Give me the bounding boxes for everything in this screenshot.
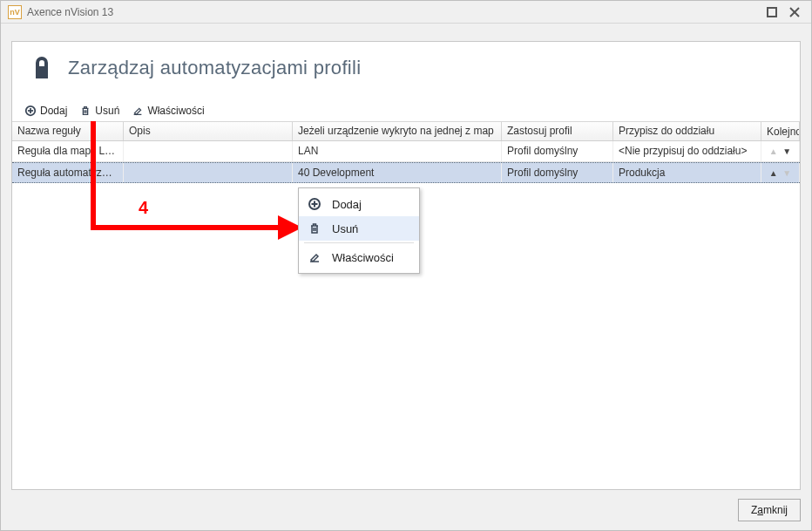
properties-label: Właściwości xyxy=(147,105,204,117)
rules-grid: Nazwa reguły Opis Jeżeli urządzenie wykr… xyxy=(12,122,800,183)
col-name[interactable]: Nazwa reguły xyxy=(12,122,124,140)
close-post: mknij xyxy=(763,504,788,516)
page-title: Zarządzaj automatyzacjami profili xyxy=(68,57,361,79)
col-condition[interactable]: Jeżeli urządzenie wykryto na jednej z ma… xyxy=(293,122,502,140)
app-icon: nV xyxy=(8,5,22,19)
cell-order: ▲▼ xyxy=(761,163,800,182)
move-up-button[interactable]: ▲ xyxy=(769,168,778,178)
footer: Zamknij xyxy=(11,497,801,523)
cell-profile: Profil domyślny xyxy=(502,163,613,182)
col-order-label: Kolejność xyxy=(767,126,800,138)
cell-dept: <Nie przypisuj do oddziału> xyxy=(613,141,761,161)
cell-order: ▲▼ xyxy=(761,141,800,161)
context-add[interactable]: Dodaj xyxy=(299,192,419,216)
plus-circle-icon xyxy=(24,105,37,117)
context-delete-label: Usuń xyxy=(332,222,358,235)
properties-button[interactable]: Właściwości xyxy=(126,103,209,119)
titlebar: nV Axence nVision 13 xyxy=(1,1,811,24)
cell-desc xyxy=(124,163,293,182)
table-row[interactable]: Reguła dla mapy LANLANProfil domyślny<Ni… xyxy=(12,141,800,162)
trash-icon xyxy=(308,221,321,235)
context-add-label: Dodaj xyxy=(332,198,362,211)
col-profile[interactable]: Zastosuj profil xyxy=(502,122,613,140)
context-menu: Dodaj Usuń Właściwości xyxy=(298,187,420,274)
window-title: Axence nVision 13 xyxy=(27,6,113,18)
cell-condition: 40 Development xyxy=(293,163,502,182)
close-icon xyxy=(789,7,800,17)
col-order[interactable]: Kolejność ▲ xyxy=(761,122,800,140)
cell-desc xyxy=(124,141,293,161)
table-row[interactable]: Reguła automatyzacji 140 DevelopmentProf… xyxy=(12,162,800,183)
col-desc[interactable]: Opis xyxy=(124,122,293,140)
lock-icon xyxy=(28,54,56,82)
cell-name: Reguła automatyzacji 1 xyxy=(12,163,124,182)
add-label: Dodaj xyxy=(40,105,67,117)
svg-rect-0 xyxy=(768,8,776,17)
delete-button[interactable]: Usuń xyxy=(74,103,125,119)
cell-dept: Produkcja xyxy=(613,163,761,182)
toolbar: Dodaj Usuń Właściwości xyxy=(12,99,800,122)
move-up-button[interactable]: ▲ xyxy=(769,146,778,156)
window: nV Axence nVision 13 Zarządzaj automatyz… xyxy=(0,0,812,531)
context-separator xyxy=(304,242,414,243)
context-properties[interactable]: Właściwości xyxy=(299,245,419,269)
cell-condition: LAN xyxy=(293,141,502,161)
col-dept[interactable]: Przypisz do oddziału xyxy=(613,122,761,140)
maximize-icon xyxy=(767,7,777,17)
close-button[interactable]: Zamknij xyxy=(738,499,801,521)
grid-header: Nazwa reguły Opis Jeżeli urządzenie wykr… xyxy=(12,122,800,141)
page-header: Zarządzaj automatyzacjami profili xyxy=(12,42,800,99)
close-pre: Z xyxy=(751,504,757,516)
close-window-button[interactable] xyxy=(785,3,804,22)
plus-circle-icon xyxy=(308,197,321,211)
close-hotkey: a xyxy=(757,504,763,516)
cell-name: Reguła dla mapy LAN xyxy=(12,141,124,161)
move-down-button[interactable]: ▼ xyxy=(782,146,791,156)
trash-icon xyxy=(79,105,91,117)
context-delete[interactable]: Usuń xyxy=(299,216,419,241)
maximize-button[interactable] xyxy=(762,3,782,22)
pencil-icon xyxy=(308,250,321,264)
cell-profile: Profil domyślny xyxy=(502,141,613,161)
pencil-icon xyxy=(132,105,144,117)
context-properties-label: Właściwości xyxy=(332,251,394,264)
delete-label: Usuń xyxy=(95,105,119,117)
add-button[interactable]: Dodaj xyxy=(19,103,72,119)
move-down-button[interactable]: ▼ xyxy=(782,168,791,178)
